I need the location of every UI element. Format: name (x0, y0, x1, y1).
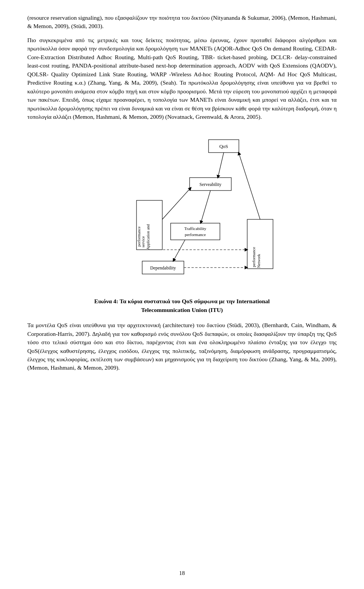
svg-text:Dependability: Dependability (150, 265, 176, 271)
svg-text:Network: Network (257, 254, 261, 268)
svg-text:performance: performance (252, 247, 256, 267)
svg-text:performance: performance (185, 232, 206, 237)
svg-text:performance: performance (137, 226, 141, 246)
svg-rect-4 (171, 223, 220, 240)
svg-line-16 (218, 153, 224, 177)
svg-text:Trafficability: Trafficability (184, 226, 207, 231)
page-number: 18 (179, 569, 185, 578)
svg-line-17 (201, 191, 210, 222)
qos-diagram-svg: QoS Serveability Trafficability performa… (83, 132, 281, 291)
figure-caption: Εικόνα 4: Τα κύρια συστατικά του QoS σύμ… (94, 297, 270, 315)
svg-line-18 (174, 240, 185, 260)
svg-text:QoS: QoS (219, 143, 228, 149)
svg-line-20 (162, 188, 190, 219)
paragraph-1: (resource reservation signaling), που εξ… (27, 14, 337, 31)
page: (resource reservation signaling), που εξ… (0, 0, 364, 589)
figure-4: QoS Serveability Trafficability performa… (27, 132, 337, 315)
svg-line-21 (239, 153, 260, 219)
svg-text:Serveability: Serveability (199, 182, 221, 187)
svg-text:Application and: Application and (146, 224, 150, 250)
svg-text:service: service (141, 236, 145, 247)
paragraph-2: Πιο συγκεκριμένα από τις μετρικές και το… (27, 36, 337, 121)
paragraph-3: Τα μοντέλα QoS είναι υπεύθυνα για την αρ… (27, 321, 337, 372)
